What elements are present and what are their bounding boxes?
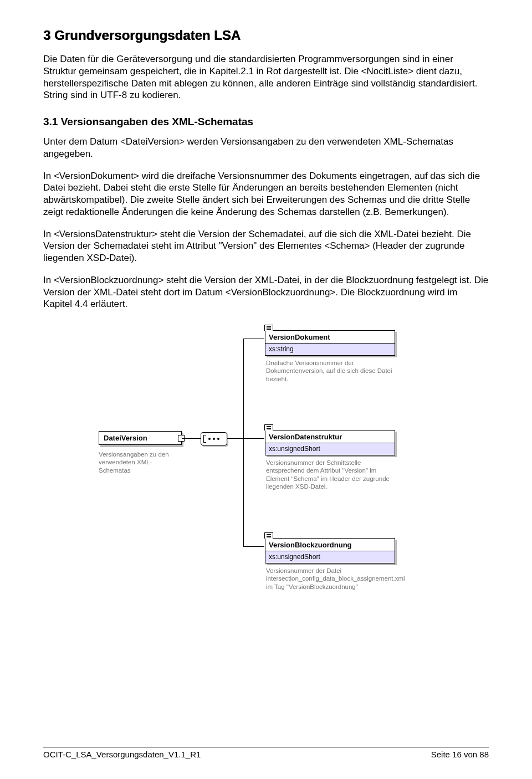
schema-child-name: VersionBlockzuordnung bbox=[265, 539, 395, 551]
schema-parent-desc: Versionsangaben zu den verwendeten XML-S… bbox=[99, 450, 182, 474]
para-1: Die Daten für die Geräteversorgung und d… bbox=[43, 53, 489, 101]
footer-left: OCIT-C_LSA_Versorgungsdaten_V1.1_R1 bbox=[43, 750, 201, 759]
schema-diagram: DateiVersion – Versionsangaben zu den ve… bbox=[99, 320, 453, 631]
svg-rect-2 bbox=[267, 426, 271, 427]
para-5: In <VersionBlockzuordnung> steht die Ver… bbox=[43, 274, 489, 310]
para-4: In <VersionsDatenstruktur> steht die Ver… bbox=[43, 228, 489, 264]
svg-rect-3 bbox=[267, 428, 271, 429]
svg-rect-5 bbox=[267, 536, 271, 537]
element-tab-icon bbox=[264, 532, 273, 539]
page-footer: OCIT-C_LSA_Versorgungsdaten_V1.1_R1 Seit… bbox=[43, 747, 489, 759]
element-tab-icon bbox=[264, 424, 273, 430]
schema-child-desc: Versionsnummer der Schnittstelle entspre… bbox=[265, 455, 395, 491]
para-2: Unter dem Datum <DateiVersion> werden Ve… bbox=[43, 136, 489, 160]
schema-child-1: VersionDatenstruktur xs:unsignedShort Ve… bbox=[265, 430, 395, 491]
schema-child-desc: Dreifache Versionsnummer der Dokumentenv… bbox=[265, 356, 395, 383]
sequence-icon bbox=[201, 432, 227, 445]
schema-child-0: VersionDokument xs:string Dreifache Vers… bbox=[265, 330, 395, 383]
schema-child-type: xs:unsignedShort bbox=[265, 443, 395, 455]
schema-parent-name: DateiVersion bbox=[104, 434, 147, 442]
schema-child-2: VersionBlockzuordnung xs:unsignedShort V… bbox=[265, 538, 395, 591]
svg-rect-4 bbox=[267, 534, 271, 535]
schema-child-name: VersionDatenstruktur bbox=[265, 430, 395, 443]
schema-child-desc: Versionsnummer der Datei intersection_co… bbox=[265, 563, 395, 591]
svg-rect-1 bbox=[267, 329, 271, 330]
schema-child-type: xs:string bbox=[265, 343, 395, 355]
element-tab-icon bbox=[264, 325, 273, 331]
svg-rect-0 bbox=[267, 326, 271, 327]
footer-right: Seite 16 von 88 bbox=[431, 750, 489, 759]
heading-2: 3.1 Versionsangaben des XML-Schematas bbox=[43, 116, 489, 128]
schema-child-type: xs:unsignedShort bbox=[265, 551, 395, 563]
schema-child-name: VersionDokument bbox=[265, 331, 395, 343]
para-3: In <VersionDokument> wird die dreifache … bbox=[43, 170, 489, 218]
heading-1: 3 Grundversorgungsdaten LSA bbox=[43, 28, 489, 43]
